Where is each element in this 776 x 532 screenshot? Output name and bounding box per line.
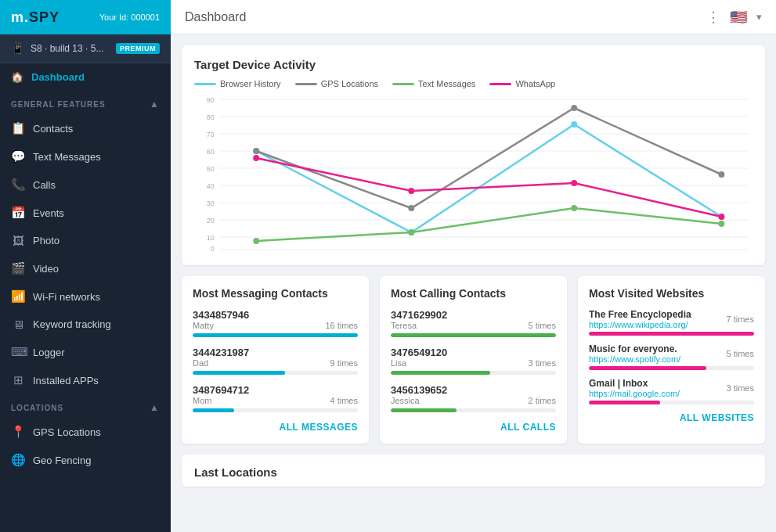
website-1: Music for everyone. https://www.spotify.… [589, 343, 754, 370]
svg-point-33 [408, 229, 414, 235]
chevron-up-icon-locations: ▲ [150, 402, 160, 413]
svg-text:40: 40 [207, 182, 215, 190]
sidebar-header: m.SPY Your Id: 000001 [0, 0, 171, 34]
logo: m.SPY [11, 9, 60, 26]
nav-item-text-messages[interactable]: 💬 Text Messages [0, 142, 171, 171]
nav-item-installed-apps[interactable]: ⊞ Installed APPs [0, 366, 171, 394]
topbar-right: ⋮ 🇺🇸 ▾ [706, 9, 762, 26]
device-icon: 📱 [11, 42, 24, 55]
device-name: S8 · build 13 · 5... [31, 43, 110, 54]
page-title: Dashboard [185, 10, 246, 24]
last-locations-card: Last Locations [182, 455, 765, 487]
nav-item-geo-fencing[interactable]: 🌐 Geo Fencing [0, 446, 171, 474]
svg-point-38 [571, 180, 577, 186]
svg-point-31 [718, 171, 724, 178]
legend-browser-history: Browser History [194, 79, 281, 88]
svg-text:20: 20 [207, 217, 215, 225]
svg-text:30: 30 [207, 200, 215, 207]
svg-point-35 [718, 221, 724, 227]
gps-icon: 📍 [11, 425, 25, 439]
wifi-icon: 📶 [11, 289, 25, 304]
device-bar: 📱 S8 · build 13 · 5... PREMIUM [0, 34, 171, 63]
calls-icon: 📞 [11, 178, 25, 192]
section-locations: LOCATIONS ▲ [0, 394, 171, 418]
calling-contact-0: 3471629902 Teresa 5 times [391, 309, 556, 337]
metrics-row: Most Messaging Contacts 3434857946 Matty… [182, 276, 765, 444]
messaging-contact-1: 3444231987 Dad 9 times [193, 347, 358, 375]
svg-point-36 [253, 155, 259, 161]
nav-item-calls[interactable]: 📞 Calls [0, 171, 171, 199]
video-icon: 🎬 [11, 261, 25, 275]
dropdown-icon[interactable]: ▾ [756, 11, 762, 23]
calling-card-title: Most Calling Contacts [391, 287, 556, 300]
dashboard-label: Dashboard [31, 71, 85, 83]
home-icon: 🏠 [11, 71, 23, 83]
more-options-icon[interactable]: ⋮ [706, 9, 720, 26]
websites-card: Most Visited Websites The Free Encyclope… [578, 276, 765, 444]
activity-chart-card: Target Device Activity Browser History G… [182, 45, 765, 265]
chart-svg-area: 90 80 70 60 50 40 30 20 10 0 [194, 96, 753, 253]
topbar: Dashboard ⋮ 🇺🇸 ▾ [171, 0, 776, 34]
svg-point-34 [571, 205, 577, 211]
sidebar: m.SPY Your Id: 000001 📱 S8 · build 13 · … [0, 0, 171, 532]
logger-icon: ⌨ [11, 345, 25, 359]
messaging-contact-2: 3487694712 Mom 4 times [193, 384, 358, 412]
text-messages-icon: 💬 [11, 149, 25, 164]
svg-text:10: 10 [207, 234, 215, 242]
svg-point-30 [571, 105, 577, 111]
svg-text:70: 70 [207, 131, 215, 138]
svg-point-28 [253, 148, 259, 154]
section-general-features: GENERAL FEATURES ▲ [0, 91, 171, 114]
svg-text:0: 0 [211, 245, 215, 253]
nav-item-video[interactable]: 🎬 Video [0, 254, 171, 282]
content-area: Target Device Activity Browser History G… [171, 34, 776, 532]
svg-point-39 [718, 214, 724, 220]
svg-point-29 [408, 205, 414, 211]
svg-text:60: 60 [207, 148, 215, 156]
main-area: Dashboard ⋮ 🇺🇸 ▾ Target Device Activity … [171, 0, 776, 532]
all-websites-link[interactable]: ALL WEBSITES [589, 412, 754, 423]
activity-svg: 90 80 70 60 50 40 30 20 10 0 [194, 96, 753, 253]
nav-item-logger[interactable]: ⌨ Logger [0, 338, 171, 366]
website-0: The Free Encyclopedia https://www.wikipe… [589, 309, 754, 336]
calling-card: Most Calling Contacts 3471629902 Teresa … [380, 276, 567, 444]
geo-fencing-icon: 🌐 [11, 453, 25, 467]
nav-item-photo[interactable]: 🖼 Photo [0, 227, 171, 254]
last-locations-title: Last Locations [194, 466, 753, 479]
installed-apps-icon: ⊞ [11, 373, 25, 387]
chevron-up-icon: ▲ [150, 99, 160, 110]
svg-text:90: 90 [207, 96, 215, 104]
flag-icon[interactable]: 🇺🇸 [730, 9, 747, 26]
premium-badge: PREMIUM [116, 43, 160, 54]
website-2: Gmail | Inbox https://mail.google.com/ 3… [589, 378, 754, 404]
all-calls-link[interactable]: ALL CALLS [391, 422, 556, 433]
nav-item-gps-locations[interactable]: 📍 GPS Locations [0, 418, 171, 446]
events-icon: 📅 [11, 206, 25, 220]
svg-point-26 [571, 121, 577, 128]
nav-item-wifi[interactable]: 📶 Wi-Fi networks [0, 282, 171, 311]
chart-legend: Browser History GPS Locations Text Messa… [194, 79, 753, 88]
legend-dot-browser [194, 83, 216, 85]
photo-icon: 🖼 [11, 234, 25, 247]
messaging-card-title: Most Messaging Contacts [193, 287, 358, 300]
keyword-tracking-icon: 🖥 [11, 318, 25, 331]
calling-contact-1: 3476549120 Lisa 3 times [391, 347, 556, 375]
svg-point-37 [408, 188, 414, 194]
svg-text:80: 80 [207, 113, 215, 121]
sidebar-item-dashboard[interactable]: 🏠 Dashboard [0, 63, 171, 91]
legend-dot-gps [295, 83, 317, 85]
legend-text-messages: Text Messages [392, 79, 475, 88]
contacts-icon: 📋 [11, 121, 25, 135]
nav-item-events[interactable]: 📅 Events [0, 199, 171, 227]
nav-item-keyword-tracking[interactable]: 🖥 Keyword tracking [0, 311, 171, 338]
messaging-card: Most Messaging Contacts 3434857946 Matty… [182, 276, 369, 444]
your-id: Your Id: 000001 [99, 13, 160, 22]
websites-card-title: Most Visited Websites [589, 287, 754, 300]
all-messages-link[interactable]: ALL MESSAGES [193, 422, 358, 433]
legend-whatsapp: WhatsApp [489, 79, 555, 88]
legend-dot-texts [392, 83, 414, 85]
nav-item-contacts[interactable]: 📋 Contacts [0, 114, 171, 142]
svg-text:50: 50 [207, 165, 215, 173]
calling-contact-2: 3456139652 Jessica 2 times [391, 384, 556, 412]
legend-dot-whatsapp [489, 83, 511, 85]
